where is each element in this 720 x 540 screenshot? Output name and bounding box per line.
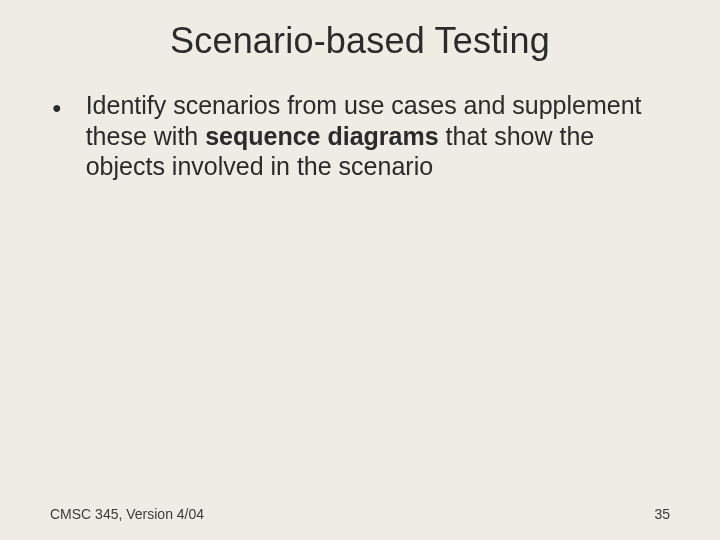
bullet-marker: ● (52, 99, 62, 117)
slide: Scenario-based Testing ● Identify scenar… (0, 0, 720, 540)
footer-version: CMSC 345, Version 4/04 (50, 506, 204, 522)
content-area: ● Identify scenarios from use cases and … (50, 90, 670, 518)
slide-title: Scenario-based Testing (50, 20, 670, 62)
page-number: 35 (654, 506, 670, 522)
footer: CMSC 345, Version 4/04 35 (50, 506, 670, 522)
bullet-text: Identify scenarios from use cases and su… (86, 90, 656, 182)
bullet-text-bold: sequence diagrams (205, 122, 438, 150)
bullet-item: ● Identify scenarios from use cases and … (50, 90, 670, 182)
